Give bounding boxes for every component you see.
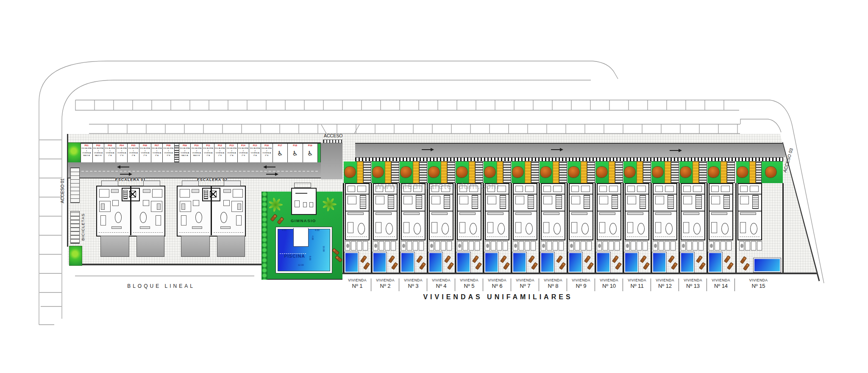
bathroom — [655, 186, 663, 192]
driveway-hatch — [531, 161, 539, 183]
plot-divider — [399, 183, 400, 274]
sun-lounger-icon — [556, 255, 563, 263]
car-icon — [514, 244, 517, 248]
stall-text: VIVIENDA — [151, 152, 163, 154]
apartment-block — [177, 186, 246, 237]
stall-id: P18 — [288, 144, 303, 147]
dining-table — [637, 223, 645, 234]
dining-table — [750, 223, 757, 234]
driveway-hatch — [419, 161, 427, 183]
carport-box — [665, 241, 670, 251]
vivienda-number: Nº 6 — [483, 283, 511, 289]
vivienda-label: VIVIENDANº 1 — [343, 278, 371, 292]
wall — [430, 211, 453, 212]
sun-lounger-icon — [615, 262, 622, 270]
carport-box — [587, 241, 592, 251]
watermark: www.medimaretendum.com — [375, 181, 519, 192]
parking-stall: P03ESCALERA 1VIVIENDA1º A — [104, 144, 116, 162]
stall-text: ESCALERA 1 — [104, 147, 116, 152]
unit-half — [97, 186, 130, 235]
stall-text: 1º A — [104, 154, 116, 157]
wall — [458, 211, 481, 212]
house-plan — [345, 183, 370, 240]
stall-text: VIVIENDA — [226, 152, 237, 154]
sun-lounger-icon — [559, 262, 566, 270]
plot-divider — [679, 183, 680, 274]
palm-tree-icon — [324, 196, 341, 213]
bed — [655, 196, 664, 204]
carport-box — [419, 241, 424, 251]
carport-box — [581, 241, 586, 251]
sofa — [459, 222, 465, 233]
carport-box — [351, 241, 356, 251]
bed — [459, 196, 468, 204]
dim-top-left: 4.00 — [282, 229, 287, 231]
porch-edge — [431, 237, 451, 237]
stall-text: ESCALERA 2 — [191, 147, 202, 152]
parking-stall: P06ESCALERA 1VIVIENDA2º B — [139, 144, 151, 162]
stall-text: VIVIENDA — [261, 152, 273, 154]
bathroom — [571, 186, 579, 192]
porch-edge — [375, 237, 395, 237]
bathroom — [233, 189, 243, 198]
parking-stall: P08ESCALERA 1VIVIENDA3º B — [163, 144, 175, 162]
vivienda-label: VIVIENDANº 6 — [483, 278, 511, 292]
car-icon — [710, 244, 713, 248]
label-divider — [539, 278, 539, 291]
stairs — [612, 195, 618, 209]
stall-text: VIVIENDA — [93, 152, 104, 154]
vivienda-plot — [623, 161, 651, 274]
plot-divider — [455, 183, 456, 274]
carport-box — [401, 241, 406, 251]
stall-id: P04 — [116, 144, 128, 147]
dining-table — [665, 223, 673, 234]
wall — [626, 211, 648, 212]
carport-box — [541, 241, 546, 251]
stairs — [584, 195, 590, 209]
plot-divider — [427, 183, 428, 274]
stall-text: VIVIENDA — [163, 152, 174, 154]
stall-id: P07 — [151, 144, 163, 147]
stall-text: ESCALERA 2 — [179, 147, 191, 152]
stairs — [528, 195, 534, 209]
carport-box — [687, 241, 692, 251]
sun-lounger-icon — [500, 255, 507, 263]
carport-box — [726, 241, 732, 251]
parking-stall: P01ESCALERA 1VIVIENDABAJO A — [81, 144, 93, 162]
kitchen-counter — [376, 212, 392, 215]
carport-box — [547, 241, 552, 251]
vivienda-plot — [343, 161, 371, 274]
carport-box — [391, 241, 396, 251]
driveway-hatch — [671, 161, 679, 183]
carport-box — [491, 241, 496, 251]
bike-rack — [70, 167, 80, 203]
vivienda-label: VIVIENDANº 5 — [455, 278, 483, 292]
vivienda-plot — [595, 161, 623, 274]
parking-stall: P10ESCALERA 2VIVIENDABAJO B — [191, 144, 203, 162]
car-icon — [740, 244, 743, 248]
sofa — [627, 222, 633, 233]
sun-lounger-icon — [391, 262, 398, 270]
stall-text: ESCALERA 1 — [116, 147, 128, 152]
kitchen-counter — [683, 212, 699, 215]
bathroom — [525, 186, 534, 192]
car-icon — [486, 244, 489, 248]
vivienda-label: VIVIENDANº 8 — [539, 278, 567, 292]
vivienda-word: VIVIENDA — [371, 278, 399, 283]
carport-box — [631, 241, 636, 251]
parking-stall: P12ESCALERA 2VIVIENDA1º B — [214, 144, 226, 162]
dining-table — [721, 223, 729, 234]
bed — [627, 196, 636, 204]
carport-box — [475, 241, 480, 251]
sun-lounger-icon — [696, 255, 703, 263]
pergola-strip — [609, 161, 615, 183]
label-divider — [455, 278, 455, 291]
sofa — [181, 215, 186, 225]
closet — [111, 189, 119, 193]
dining-table — [220, 212, 227, 223]
bathroom — [711, 186, 719, 192]
carport-box — [575, 241, 580, 251]
car-icon — [598, 244, 601, 248]
bed — [101, 203, 105, 210]
plot-divider — [483, 183, 484, 274]
